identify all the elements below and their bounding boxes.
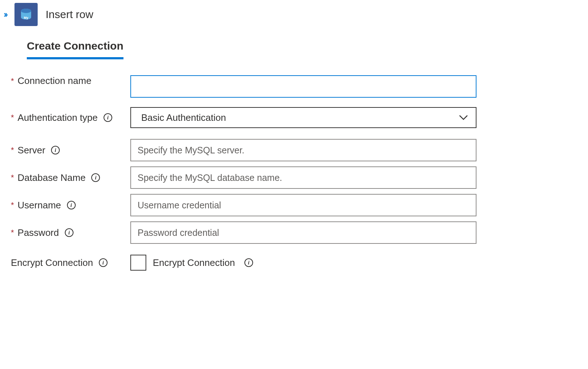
row-username: * Username i (11, 194, 577, 216)
label-cell: * Password i (11, 227, 130, 238)
row-database: * Database Name i (11, 166, 577, 189)
row-connection-name: * Connection name (11, 75, 577, 98)
database-label: Database Name (18, 172, 86, 183)
input-cell: Encrypt Connection i (130, 255, 476, 271)
info-icon[interactable]: i (65, 228, 74, 237)
row-auth-type: * Authentication type i Basic Authentica… (11, 107, 577, 128)
connection-form: * Connection name * Authentication type … (0, 75, 588, 271)
input-cell (130, 221, 476, 244)
encrypt-checkbox-row: Encrypt Connection i (130, 255, 476, 271)
auth-type-select[interactable]: Basic Authentication (130, 107, 476, 128)
svg-text:My: My (24, 16, 29, 20)
username-input[interactable] (130, 194, 476, 216)
encrypt-checkbox[interactable] (130, 255, 146, 271)
encrypt-checkbox-label: Encrypt Connection (153, 257, 235, 268)
info-icon[interactable]: i (99, 258, 108, 267)
password-input[interactable] (130, 221, 476, 244)
connection-name-label: Connection name (18, 75, 92, 86)
input-cell (130, 194, 476, 216)
input-cell (130, 166, 476, 189)
server-input[interactable] (130, 139, 476, 161)
mysql-connector-icon: My (14, 3, 38, 26)
connection-name-input[interactable] (130, 75, 476, 98)
server-label: Server (18, 145, 46, 156)
expand-panel-icon[interactable]: ›› (4, 9, 7, 20)
svg-point-1 (21, 9, 31, 13)
input-cell (130, 139, 476, 161)
database-input[interactable] (130, 166, 476, 189)
input-cell (130, 75, 476, 98)
label-cell: * Database Name i (11, 172, 130, 183)
input-cell: Basic Authentication (130, 107, 476, 128)
required-asterisk: * (11, 145, 14, 155)
row-password: * Password i (11, 221, 577, 244)
required-asterisk: * (11, 173, 14, 182)
auth-type-label: Authentication type (18, 112, 98, 123)
required-asterisk: * (11, 76, 14, 86)
required-asterisk: * (11, 228, 14, 237)
label-cell: * Connection name (11, 75, 130, 86)
info-icon[interactable]: i (104, 113, 112, 122)
info-icon[interactable]: i (51, 146, 60, 154)
auth-type-selected: Basic Authentication (141, 112, 226, 123)
row-encrypt: Encrypt Connection i Encrypt Connection … (11, 255, 577, 271)
label-cell: * Username i (11, 200, 130, 211)
info-icon[interactable]: i (67, 201, 76, 209)
required-asterisk: * (11, 113, 14, 122)
password-label: Password (18, 227, 59, 238)
label-cell: * Authentication type i (11, 112, 130, 123)
label-cell: Encrypt Connection i (11, 257, 130, 268)
chevron-down-icon (459, 115, 468, 120)
info-icon[interactable]: i (244, 258, 253, 267)
panel-header: ›› My Insert row (0, 0, 588, 29)
required-asterisk: * (11, 200, 14, 210)
label-cell: * Server i (11, 145, 130, 156)
info-icon[interactable]: i (91, 173, 100, 182)
tab-bar: Create Connection (27, 40, 588, 59)
encrypt-label: Encrypt Connection (11, 257, 93, 268)
row-server: * Server i (11, 139, 577, 161)
username-label: Username (18, 200, 61, 211)
action-title: Insert row (46, 8, 93, 21)
tab-create-connection[interactable]: Create Connection (27, 40, 123, 59)
